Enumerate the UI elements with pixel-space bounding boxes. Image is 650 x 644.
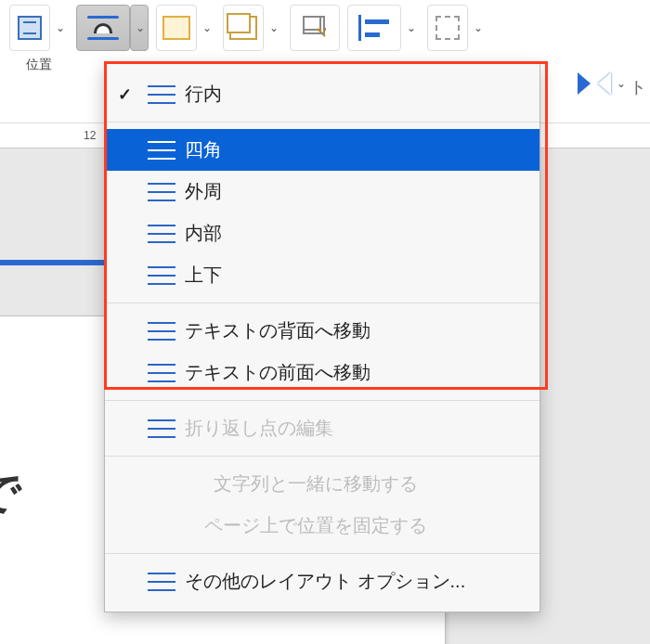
align-dropdown-arrow[interactable]: ⌄: [401, 5, 420, 51]
wrap-topbottom-icon: [148, 265, 176, 286]
position-label: 位置: [26, 57, 52, 73]
bring-forward-dropdown-arrow[interactable]: ⌄: [197, 5, 215, 51]
align-icon: [358, 15, 390, 41]
text-wrap-button[interactable]: [76, 5, 130, 51]
align-split-button[interactable]: ⌄: [347, 5, 420, 51]
menu-item-label: 内部: [185, 221, 222, 246]
bring-forward-button[interactable]: [156, 5, 197, 51]
send-backward-icon: [229, 16, 257, 40]
chevron-down-icon: ⌄: [617, 77, 626, 90]
menu-item-7[interactable]: テキストの背面へ移動: [105, 310, 540, 352]
menu-item-0[interactable]: ✓行内: [105, 73, 540, 115]
wrap-through-icon: [148, 224, 176, 244]
send-backward-dropdown-arrow[interactable]: ⌄: [264, 5, 282, 51]
menu-separator: [105, 553, 540, 554]
wrap-inline-icon: [148, 84, 176, 105]
rotate-flip-button[interactable]: ⌄: [578, 72, 626, 95]
behind-text-icon: [148, 321, 176, 341]
chevron-down-icon: ⌄: [407, 21, 416, 34]
chevron-down-icon: ⌄: [269, 21, 279, 34]
position-button[interactable]: [9, 5, 50, 51]
layout-options-icon: [148, 572, 176, 592]
menu-item-label: その他のレイアウト オプション...: [185, 569, 465, 594]
menu-item-4[interactable]: 内部: [105, 213, 540, 254]
text-wrap-icon: [87, 16, 119, 40]
ribbon-more-indicator: ト: [630, 76, 646, 98]
chevron-down-icon: ⌄: [56, 21, 65, 34]
send-backward-split-button[interactable]: ⌄: [223, 5, 282, 51]
menu-separator: [105, 122, 540, 122]
wrap-square-icon: [148, 140, 176, 161]
text-wrap-menu: ✓行内四角外周内部上下テキストの背面へ移動テキストの前面へ移動折り返し点の編集文…: [104, 63, 540, 612]
bring-forward-split-button[interactable]: ⌄: [156, 5, 215, 51]
menu-item-15[interactable]: その他のレイアウト オプション...: [105, 560, 540, 602]
menu-item-12: 文字列と一緒に移動する: [105, 463, 540, 505]
position-dropdown-arrow[interactable]: ⌄: [50, 5, 69, 51]
wrap-tight-icon: [148, 182, 176, 202]
ruler-marker: 12: [84, 129, 96, 142]
flip-icon: [578, 72, 611, 95]
menu-item-label: 折り返し点の編集: [185, 416, 333, 441]
menu-item-5[interactable]: 上下: [105, 254, 540, 296]
crop-icon: [436, 16, 460, 40]
selection-pane-icon: [301, 14, 329, 42]
text-wrap-dropdown-arrow[interactable]: ⌄: [130, 5, 149, 51]
menu-separator: [105, 303, 540, 303]
align-button[interactable]: [347, 5, 401, 51]
menu-item-3[interactable]: 外周: [105, 171, 540, 213]
front-of-text-icon: [148, 363, 176, 383]
menu-separator: [105, 456, 540, 457]
chevron-down-icon: ⌄: [136, 21, 145, 34]
menu-item-label: テキストの前面へ移動: [185, 360, 370, 385]
selected-image-handle[interactable]: [0, 260, 104, 265]
chevron-down-icon: ⌄: [202, 21, 212, 34]
bring-forward-icon: [162, 16, 190, 40]
menu-item-2[interactable]: 四角: [105, 129, 540, 171]
menu-item-label: ページ上で位置を固定する: [204, 513, 427, 538]
menu-item-8[interactable]: テキストの前面へ移動: [105, 352, 540, 393]
position-icon: [18, 16, 42, 40]
crop-dropdown-arrow[interactable]: ⌄: [468, 5, 487, 51]
menu-item-label: 上下: [185, 263, 222, 288]
selection-pane-button[interactable]: [290, 5, 340, 51]
menu-item-label: テキストの背面へ移動: [185, 318, 370, 343]
send-backward-button[interactable]: [223, 5, 264, 51]
chevron-down-icon: ⌄: [474, 21, 483, 34]
check-icon: ✓: [118, 84, 132, 105]
text-wrap-split-button[interactable]: ⌄: [76, 5, 149, 51]
crop-split-button[interactable]: ⌄: [427, 5, 487, 51]
menu-item-label: 行内: [185, 82, 222, 107]
edit-wrap-points-icon: [148, 419, 176, 439]
menu-item-label: 文字列と一緒に移動する: [214, 471, 418, 496]
menu-item-10: 折り返し点の編集: [105, 407, 540, 449]
position-group: ⌄ 位置: [9, 5, 69, 73]
menu-item-label: 四角: [185, 137, 222, 162]
menu-item-13: ページ上で位置を固定する: [105, 505, 540, 547]
crop-button[interactable]: [427, 5, 468, 51]
menu-item-label: 外周: [185, 179, 222, 204]
menu-separator: [105, 400, 540, 401]
